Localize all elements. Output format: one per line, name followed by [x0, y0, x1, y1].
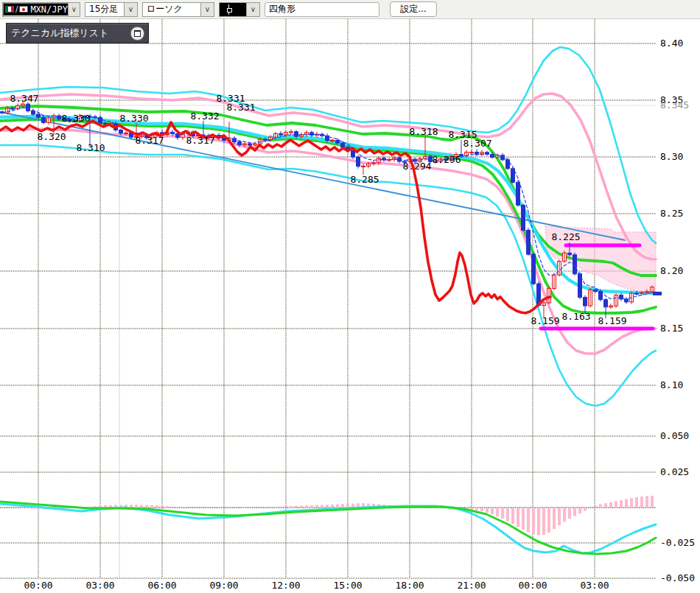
price-annotation: 8.347 — [10, 93, 38, 104]
price-annotation: 8.159 — [598, 315, 626, 326]
hist-bar — [517, 508, 519, 527]
chart-type-value: ローソク — [147, 3, 183, 15]
hist-bar — [542, 508, 545, 535]
hist-bar — [563, 508, 566, 522]
x-axis-label: 09:00 — [209, 580, 238, 591]
hist-bar — [321, 505, 323, 508]
y-axis-label: -0.025 — [660, 537, 695, 548]
technical-indicator-list-panel[interactable]: テクニカル指標リスト — [6, 23, 149, 43]
draw-tool-value: 四角形 — [269, 3, 295, 15]
hist-bar — [645, 496, 648, 508]
hist-bar — [290, 506, 293, 508]
hist-bar — [336, 505, 339, 508]
price-annotation: 8.285 — [350, 174, 379, 185]
hist-bar — [21, 508, 24, 508]
x-axis-label: 18:00 — [395, 580, 424, 591]
symbol-select[interactable]: / MXN/JPY ∨ — [2, 2, 80, 17]
price-annotation: 8.296 — [432, 154, 461, 165]
price-annotation: 8.320 — [37, 131, 66, 142]
price-annotation: 8.317 — [186, 135, 214, 146]
symbol-value: MXN/JPY — [30, 4, 68, 15]
hist-bar — [161, 506, 164, 508]
hist-bar — [248, 508, 251, 508]
price-annotation: 8.310 — [76, 142, 105, 153]
price-annotation: 8.225 — [551, 231, 580, 242]
line-width-select[interactable]: ∨ — [219, 2, 260, 17]
x-axis-label: 12:00 — [271, 580, 300, 591]
hist-bar — [584, 508, 587, 511]
y-axis-label: -0.050 — [660, 572, 695, 583]
y-axis-label: 0.025 — [660, 466, 689, 477]
hist-bar — [506, 508, 509, 522]
settings-button[interactable]: 設定... — [390, 1, 437, 17]
hist-bar — [166, 506, 169, 508]
hist-bar — [604, 503, 607, 508]
timeframe-value: 15分足 — [89, 3, 118, 15]
hist-bar — [620, 500, 623, 508]
hist-bar — [279, 507, 282, 508]
hist-bar — [223, 507, 225, 508]
hist-bar — [573, 508, 576, 516]
hist-bar — [532, 508, 535, 534]
hist-bar — [135, 505, 138, 508]
price-annotation: 8.331 — [226, 102, 255, 113]
price-annotation: 8.307 — [463, 138, 491, 149]
hist-bar — [295, 506, 298, 508]
hist-bar — [594, 506, 597, 508]
hist-bar — [140, 505, 143, 508]
hist-bar — [341, 504, 344, 508]
hist-bar — [243, 508, 246, 508]
hist-bar — [32, 508, 35, 509]
chevron-down-icon[interactable]: ∨ — [246, 3, 259, 16]
flag-icons: / — [5, 5, 28, 13]
x-axis-label: 06:00 — [147, 580, 176, 591]
y-axis-label: 8.20 — [660, 265, 683, 276]
chevron-down-icon[interactable]: ∨ — [124, 3, 137, 16]
hist-bar — [578, 508, 581, 513]
hist-bar — [615, 501, 617, 508]
chevron-down-icon[interactable]: ∨ — [200, 3, 214, 16]
hist-bar — [522, 508, 525, 530]
hist-bar — [300, 505, 303, 508]
hist-bar — [609, 502, 612, 508]
draw-tool-input[interactable]: 四角形 — [265, 2, 379, 17]
japan-flag-icon — [19, 6, 28, 13]
hist-bar — [501, 508, 504, 519]
hist-bar — [599, 505, 602, 508]
hist-bar — [310, 505, 313, 508]
hist-bar — [496, 508, 499, 516]
hist-bar — [1, 507, 4, 508]
y-axis-label: 8.25 — [660, 208, 683, 219]
hist-bar — [475, 508, 478, 510]
price-annotation: 8.318 — [409, 126, 438, 137]
hist-bar — [651, 496, 654, 508]
hist-bar — [27, 508, 29, 508]
candlestick-glyph-icon — [225, 4, 233, 15]
price-annotation: 8.159 — [531, 315, 559, 326]
hist-bar — [176, 507, 179, 508]
mexico-flag-icon — [5, 6, 14, 13]
y-axis-label: 8.30 — [660, 151, 683, 162]
chart-type-select[interactable]: ローソク ∨ — [142, 2, 214, 17]
hist-bar — [155, 505, 158, 508]
hist-bar — [346, 504, 349, 508]
last-price-marker — [653, 292, 662, 295]
fx-chart-app: / MXN/JPY ∨ 15分足 ∨ ローソク ∨ ∨ 四角形 設定... テク… — [0, 0, 700, 593]
hist-bar — [305, 505, 308, 508]
hist-bar — [326, 505, 329, 508]
price-line-label: 8.345 — [660, 99, 689, 110]
hist-bar — [553, 508, 556, 529]
hist-bar — [284, 506, 287, 508]
chart-canvas[interactable]: 00:0003:0006:0009:0012:0015:0018:0021:00… — [0, 0, 700, 593]
x-axis-label: 15:00 — [333, 580, 362, 591]
hist-bar — [145, 505, 148, 508]
toolbar: / MXN/JPY ∨ 15分足 ∨ ローソク ∨ ∨ 四角形 設定... — [0, 0, 700, 19]
hist-bar — [274, 507, 277, 508]
timeframe-select[interactable]: 15分足 ∨ — [85, 2, 138, 17]
restore-window-icon[interactable] — [130, 27, 144, 41]
panel-title: テクニカル指標リスト — [7, 27, 108, 40]
x-axis-label: 03:00 — [85, 580, 114, 591]
hist-bar — [181, 507, 184, 508]
x-axis-label: 21:00 — [457, 580, 486, 591]
chevron-down-icon[interactable]: ∨ — [68, 3, 80, 16]
